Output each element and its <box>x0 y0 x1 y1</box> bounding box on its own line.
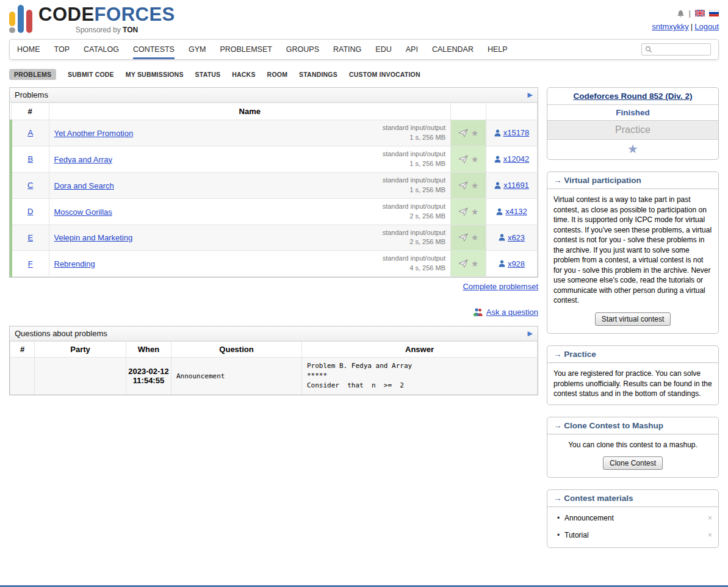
nav-item[interactable]: API <box>406 40 418 59</box>
problem-name-link[interactable]: Yet Another Promotion <box>54 129 134 138</box>
problem-letter-link[interactable]: B <box>27 154 33 164</box>
nav-item[interactable]: EDU <box>375 40 391 59</box>
problem-name-link[interactable]: Moscow Gorillas <box>54 207 112 217</box>
subnav-item[interactable]: STATUS <box>195 71 221 78</box>
nav-item[interactable]: HELP <box>488 40 508 59</box>
nav-item[interactable]: TOP <box>54 40 70 59</box>
nav-item[interactable]: CATALOG <box>84 40 119 59</box>
solved-count-link[interactable]: x11691 <box>503 181 529 190</box>
logo-tagline: Sponsored by TON <box>38 26 175 34</box>
solved-count-link[interactable]: x15178 <box>503 128 530 137</box>
problem-letter-link[interactable]: F <box>28 259 33 268</box>
solved-person-icon <box>499 260 505 267</box>
solved-person-icon <box>499 234 505 241</box>
subnav-item[interactable]: PROBLEMS <box>9 69 56 80</box>
expand-arrow-icon[interactable] <box>528 92 533 98</box>
problem-name-link[interactable]: Rebrending <box>54 259 95 268</box>
favorite-star-icon[interactable] <box>471 129 479 137</box>
nav-item[interactable]: CONTESTS <box>133 40 175 59</box>
solved-count-link[interactable]: x12042 <box>503 154 530 164</box>
russian-flag-icon[interactable] <box>709 10 719 16</box>
virtual-participation-box: → Virtual participation Virtual contest … <box>547 171 719 334</box>
submit-plane-icon[interactable] <box>458 181 468 190</box>
solved-count-link[interactable]: x4132 <box>505 207 527 216</box>
virtual-participation-text: Virtual contest is a way to take part in… <box>547 189 718 311</box>
submit-plane-icon[interactable] <box>458 207 468 216</box>
favorite-star-icon[interactable] <box>471 233 479 242</box>
search-box[interactable] <box>641 43 711 56</box>
problem-letter-link[interactable]: D <box>27 207 33 216</box>
separator: | <box>691 22 693 31</box>
submit-plane-icon[interactable] <box>458 129 468 137</box>
nav-item[interactable]: GROUPS <box>286 40 319 59</box>
clone-contest-button[interactable]: Clone Contest <box>603 456 663 470</box>
subnav-item[interactable]: HACKS <box>232 71 255 78</box>
subnav-item[interactable]: CUSTOM INVOCATION <box>349 71 420 78</box>
favorite-star-icon[interactable] <box>471 259 479 268</box>
problem-constraints: standard input/output 1 s, 256 MB <box>383 176 445 195</box>
problem-letter-link[interactable]: A <box>27 128 33 137</box>
close-icon[interactable]: × <box>708 531 712 539</box>
complete-problemset-link[interactable]: Complete problemset <box>463 282 538 291</box>
contest-info-box: Codeforces Round 852 (Div. 2) Finished P… <box>547 87 719 160</box>
problem-name-link[interactable]: Dora and Search <box>54 181 114 190</box>
solved-count-link[interactable]: x623 <box>508 233 525 242</box>
solved-person-icon <box>496 208 503 215</box>
favorite-star-icon[interactable] <box>471 155 479 164</box>
questions-col-question: Question <box>171 342 302 358</box>
submit-plane-icon[interactable] <box>458 155 468 164</box>
search-input[interactable] <box>655 45 707 54</box>
questions-col-party: Party <box>35 342 126 358</box>
ask-question-link[interactable]: Ask a question <box>486 308 538 317</box>
solved-person-icon <box>494 182 501 189</box>
contest-status: Finished <box>547 105 718 121</box>
contest-title-link[interactable]: Codeforces Round 852 (Div. 2) <box>574 92 693 101</box>
subnav-item[interactable]: STANDINGS <box>299 71 337 78</box>
clone-mashup-title: → Clone Contest to Mashup <box>547 417 718 434</box>
problem-letter-link[interactable]: C <box>27 181 33 190</box>
search-icon <box>645 46 652 53</box>
notification-bell-icon[interactable] <box>677 9 685 18</box>
problems-box-title: Problems <box>15 90 48 99</box>
problem-row: C Dora and Search standard input/output … <box>11 172 538 198</box>
problem-name-link[interactable]: Fedya and Array <box>54 155 112 164</box>
problem-letter-link[interactable]: E <box>27 233 33 242</box>
question-number <box>10 358 35 395</box>
problem-name-link[interactable]: Velepin and Marketing <box>54 233 133 242</box>
favorite-star-icon[interactable] <box>471 207 479 216</box>
username-link[interactable]: sntmxykky <box>652 22 689 31</box>
problems-table: # Name A Yet Another <box>10 103 538 277</box>
favorite-star-icon[interactable] <box>627 142 638 156</box>
start-virtual-contest-button[interactable]: Start virtual contest <box>595 312 671 326</box>
question-text: Announcement <box>171 358 302 395</box>
subnav-item[interactable]: ROOM <box>267 71 287 78</box>
material-link[interactable]: Tutorial <box>564 531 708 539</box>
nav-item[interactable]: PROBLEMSET <box>220 40 272 59</box>
main-navigation: HOME TOP CATALOG CONTESTS GYM PROBLEMSET… <box>9 39 719 60</box>
contest-mode: Practice <box>547 121 718 140</box>
expand-arrow-icon[interactable] <box>528 330 533 337</box>
english-flag-icon[interactable] <box>695 10 705 16</box>
problem-constraints: standard input/output 1 s, 256 MB <box>383 149 445 169</box>
submit-plane-icon[interactable] <box>458 259 468 268</box>
practice-title: → Practice <box>547 346 718 363</box>
favorite-star-icon[interactable] <box>471 181 479 190</box>
problem-constraints: standard input/output 1 s, 256 MB <box>383 123 445 143</box>
close-icon[interactable]: × <box>708 514 712 522</box>
codeforces-logo[interactable]: CODEFORCES Sponsored by TON <box>9 5 175 35</box>
question-when: 2023-02-12 11:54:55 <box>126 358 171 395</box>
logout-link[interactable]: Logout <box>694 22 719 31</box>
nav-item[interactable]: HOME <box>17 40 40 59</box>
submit-plane-icon[interactable] <box>458 233 468 242</box>
problem-constraints: standard input/output 2 s, 256 MB <box>383 228 445 248</box>
nav-item[interactable]: RATING <box>333 40 361 59</box>
contest-materials-title: → Contest materials <box>547 490 718 507</box>
contest-sub-navigation: PROBLEMS SUBMIT CODE MY SUBMISSIONS STAT… <box>9 69 719 80</box>
material-link[interactable]: Announcement <box>564 514 708 522</box>
solved-count-link[interactable]: x928 <box>508 259 525 268</box>
nav-item[interactable]: CALENDAR <box>432 40 474 59</box>
subnav-item[interactable]: SUBMIT CODE <box>68 71 114 78</box>
practice-text: You are registered for practice. You can… <box>547 363 718 405</box>
subnav-item[interactable]: MY SUBMISSIONS <box>126 71 184 78</box>
nav-item[interactable]: GYM <box>189 40 206 59</box>
